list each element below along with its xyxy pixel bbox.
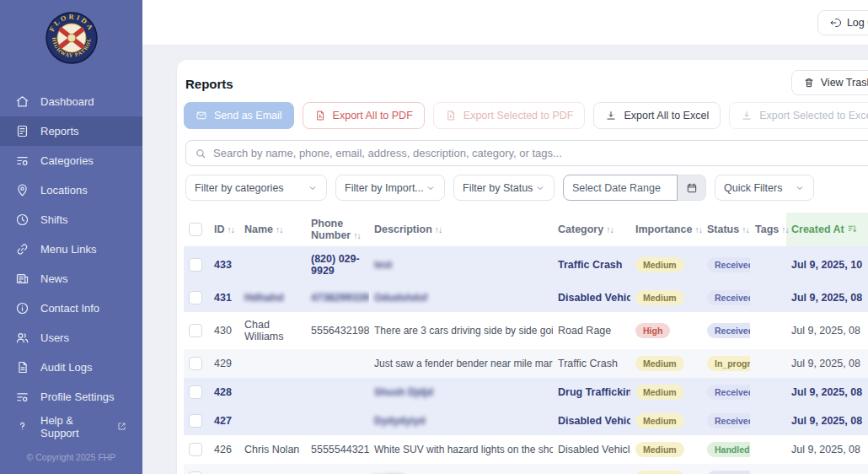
sidebar-item-profile-settings[interactable]: Profile Settings (0, 382, 142, 412)
table-row[interactable]: 433(820) 029-9929testTraffic CrashMedium… (184, 246, 868, 283)
help-icon (15, 419, 29, 434)
cell-created_at: Jul 9, 2025, 08 (791, 325, 860, 337)
cell-description: There are 3 cars driving side by side go… (374, 325, 553, 337)
cell-name: Chad Williams (244, 319, 284, 342)
sidebar-item-locations[interactable]: Locations (0, 175, 142, 205)
row-checkbox[interactable] (189, 357, 202, 370)
importance-badge: Medium (635, 471, 684, 474)
sidebar-item-reports[interactable]: Reports (0, 116, 142, 146)
cell-phone: (820) 029-9929 (311, 253, 360, 277)
export-actions-row: Send as EmailExport All to PDFExport Sel… (184, 102, 868, 129)
chevron-down-icon (426, 183, 436, 193)
sidebar-item-dashboard[interactable]: Dashboard (0, 87, 142, 116)
cell-id: 426 (214, 444, 232, 455)
chevron-down-icon (308, 183, 318, 193)
table-row[interactable]: 428Shush DjdjdDrug TraffickingMediumRece… (184, 378, 868, 407)
export-all-to-pdf-button[interactable]: Export All to PDF (303, 102, 425, 129)
filter-dropdown-filter-by-import[interactable]: Filter by Import... (335, 175, 445, 201)
quick-filters-dropdown[interactable]: Quick Filters (715, 175, 814, 201)
sidebar-item-help-support[interactable]: Help & Support (0, 412, 142, 441)
sort-descending-icon (847, 224, 858, 234)
table-row[interactable]: 429Just saw a fender bender near mile ma… (184, 349, 868, 378)
column-header-description[interactable]: Description↑↓ (369, 213, 553, 246)
column-header-status[interactable]: Status↑↓ (702, 213, 750, 246)
trash-icon (803, 77, 815, 89)
table-row[interactable]: 430Chad Williams5556432198There are 3 ca… (184, 312, 868, 349)
table-row[interactable]: 431Hdhahd4738299339OdudshdsfDisabled Veh… (184, 283, 868, 312)
cell-category: Drug Trafficking (558, 386, 630, 398)
row-checkbox[interactable] (189, 385, 202, 399)
cell-phone: 5556432198 (311, 325, 369, 337)
send-as-email-button[interactable]: Send as Email (184, 102, 294, 129)
reports-card: Reports View Trash Send as EmailExport A… (177, 60, 868, 474)
sort-icon: ↑↓ (606, 224, 613, 234)
cell-description: Shush Djdjd (374, 386, 433, 398)
cell-category: Disabled Vehicle (558, 444, 630, 455)
sidebar-item-news[interactable]: News (0, 264, 142, 294)
sidebar-item-label: Menu Links (40, 243, 96, 256)
calendar-button[interactable] (678, 175, 706, 201)
cell-created_at: Jul 9, 2025, 08 (791, 444, 860, 455)
importance-badge: Medium (635, 290, 684, 305)
search-input[interactable] (213, 147, 868, 159)
row-checkbox[interactable] (189, 291, 202, 304)
column-header-created-at[interactable]: Created At (786, 213, 868, 246)
main-area: Reports View Trash Send as EmailExport A… (142, 46, 868, 474)
row-checkbox[interactable] (189, 443, 202, 456)
column-header-phone-number[interactable]: Phone Number↑↓ (306, 213, 369, 246)
sidebar-item-label: News (40, 272, 68, 285)
filter-dropdown-filter-by-status[interactable]: Filter by Status (453, 175, 555, 201)
status-badge: Received (707, 323, 750, 338)
row-checkbox[interactable] (189, 324, 202, 337)
cell-id: 429 (214, 358, 232, 369)
sidebar-copyright: © Copyright 2025 FHP (0, 442, 142, 474)
calendar-icon (686, 182, 698, 194)
table-row[interactable]: 427DydydyiydDisabled VehicleMediumReceiv… (184, 407, 868, 435)
reports-table-container: ID↑↓Name↑↓Phone Number↑↓Description↑↓Cat… (184, 213, 868, 474)
cell-description: White SUV with hazard lights on the shou… (374, 444, 553, 455)
sidebar-item-contact-info[interactable]: Contact Info (0, 294, 142, 323)
date-range-input[interactable] (563, 175, 678, 201)
settings-icon (15, 390, 29, 404)
sort-icon: ↑↓ (694, 224, 702, 234)
column-header-importance[interactable]: Importance↑↓ (630, 213, 702, 246)
sort-icon: ↑↓ (228, 224, 235, 234)
logout-button[interactable]: Log Out (817, 10, 868, 35)
sidebar-item-label: Audit Logs (40, 361, 92, 374)
sidebar: FLORIDA HIGHWAY PATROL DashboardReportsC… (0, 0, 142, 474)
cell-id: 431 (214, 292, 232, 304)
cell-category: Disabled Vehicle (558, 415, 630, 427)
table-row[interactable]: 425tyghhhDrug TraffickingMediumReceivedJ… (184, 464, 868, 474)
sidebar-item-label: Categories (40, 154, 94, 167)
page-title: Reports (185, 70, 233, 91)
sidebar-item-users[interactable]: Users (0, 323, 142, 353)
sidebar-item-categories[interactable]: Categories (0, 146, 142, 175)
export-selected-to-excel-button[interactable]: Export Selected to Excel (729, 102, 868, 129)
export-selected-to-pdf-button[interactable]: Export Selected to PDF (433, 102, 586, 129)
view-trash-button[interactable]: View Trash (791, 70, 868, 95)
download-icon (605, 110, 617, 121)
reports-table: ID↑↓Name↑↓Phone Number↑↓Description↑↓Cat… (184, 213, 868, 474)
status-badge: In_progress (707, 356, 750, 371)
column-header-name[interactable]: Name↑↓ (239, 213, 306, 246)
row-checkbox[interactable] (189, 258, 202, 272)
row-checkbox[interactable] (189, 414, 202, 428)
cell-category: Traffic Crash (558, 358, 618, 369)
cell-category: Road Rage (558, 325, 611, 337)
sidebar-item-menu-links[interactable]: Menu Links (0, 234, 142, 264)
sort-icon: ↑↓ (435, 224, 442, 234)
date-range-control (563, 175, 706, 201)
cell-name: Chris Nolan (244, 444, 299, 455)
cell-id: 428 (214, 386, 232, 398)
column-header-id[interactable]: ID↑↓ (209, 213, 239, 246)
cell-created_at: Jul 9, 2025, 08 (791, 292, 862, 304)
sidebar-item-shifts[interactable]: Shifts (0, 205, 142, 234)
column-header-category[interactable]: Category↑↓ (553, 213, 630, 246)
sidebar-item-audit-logs[interactable]: Audit Logs (0, 353, 142, 382)
export-all-to-excel-button[interactable]: Export All to Excel (593, 102, 721, 129)
column-header-tags[interactable]: Tags↑↓ (750, 213, 786, 246)
filter-dropdown-filter-by-categories[interactable]: Filter by categories (185, 175, 327, 201)
select-all-checkbox[interactable] (189, 223, 202, 236)
table-row[interactable]: 426Chris Nolan5555544321White SUV with h… (184, 435, 868, 464)
status-badge: Handled (707, 442, 750, 457)
